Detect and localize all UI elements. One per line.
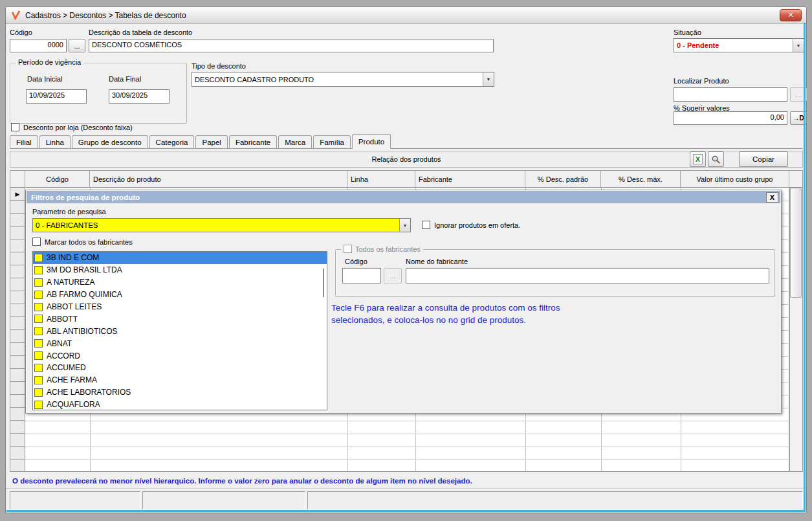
search-products-button[interactable] [708, 151, 724, 167]
checkbox-icon[interactable] [32, 238, 41, 246]
row-selector-cell[interactable] [10, 227, 25, 239]
checkbox-icon[interactable] [34, 364, 43, 372]
row-selector-cell[interactable]: ▶ [10, 188, 25, 201]
checkbox-icon[interactable] [34, 339, 43, 348]
fabricante-list-item[interactable]: ABBOTT [33, 313, 327, 325]
tab-filial[interactable]: Filial [10, 135, 38, 148]
row-selector-cell[interactable] [10, 239, 25, 252]
grid-vertical-scrollbar[interactable] [789, 188, 802, 471]
row-selector-cell[interactable] [10, 304, 25, 317]
fabricante-list-item[interactable]: ACHE LABORATORIOS [33, 386, 327, 399]
column-header-fabricante[interactable]: Fabricante [415, 171, 525, 187]
row-selector-cell[interactable] [10, 291, 25, 304]
fabricante-codigo-field[interactable] [342, 268, 381, 283]
tipo-desconto-combobox[interactable]: DESCONTO CADASTRO PRODUTO ▼ [192, 72, 494, 87]
fabricante-nome-field[interactable] [406, 268, 769, 283]
row-selector-cell[interactable] [10, 382, 25, 395]
tab-linha[interactable]: Linha [39, 135, 71, 148]
fabricante-list-item[interactable]: ACCORD [33, 349, 327, 362]
scrollbar-thumb[interactable] [790, 188, 802, 298]
row-selector-cell[interactable] [10, 265, 25, 278]
checkbox-icon[interactable] [34, 351, 43, 360]
checkbox-icon[interactable] [34, 291, 43, 299]
tab-categoria[interactable]: Categoria [149, 135, 195, 148]
checkbox-icon[interactable] [34, 266, 43, 274]
checkbox-icon[interactable] [422, 221, 430, 229]
column-header-valor-ltimo-custo-grupo[interactable]: Valor último custo grupo [681, 171, 789, 187]
column-header-selector[interactable] [10, 171, 25, 187]
fabricante-list-item[interactable]: ACHE FARMA [33, 374, 327, 386]
column-header-%-desc-m-x-[interactable]: % Desc. máx. [601, 171, 681, 187]
todos-fabricantes-checkbox[interactable] [344, 245, 352, 253]
sugerir-valores-field[interactable]: 0,00 [674, 111, 787, 125]
checkbox-icon[interactable] [11, 123, 19, 131]
fabricante-list-item[interactable]: A NATUREZA [33, 276, 327, 289]
column-header-c-digo[interactable]: Código [25, 171, 90, 187]
row-selector-cell[interactable] [10, 356, 25, 369]
row-selector-cell[interactable] [10, 434, 25, 447]
window-titlebar: Cadastros > Descontos > Tabelas de desco… [6, 7, 806, 24]
row-selector-cell[interactable] [10, 343, 25, 356]
descricao-field[interactable]: DESCONTO COSMÉTICOS [89, 39, 494, 52]
desconto-loja-checkbox[interactable]: Desconto por loja (Desconto faixa) [11, 123, 133, 131]
fabricante-list-item[interactable]: ABL ANTIBIOTICOS [33, 325, 327, 337]
fabricante-browse-button[interactable]: ... [384, 268, 402, 283]
column-header-%-desc-padr-o[interactable]: % Desc. padrão [525, 171, 601, 187]
fabricante-list-item[interactable]: 3M DO BRASIL LTDA [33, 264, 327, 276]
export-excel-button[interactable]: X [690, 151, 706, 167]
row-selector-cell[interactable] [10, 252, 25, 265]
localizar-produto-field[interactable] [674, 87, 787, 102]
tab-grupo-de-desconto[interactable]: Grupo de desconto [72, 135, 148, 148]
ignorar-oferta-checkbox[interactable]: Ignorar produtos em oferta. [422, 221, 520, 229]
fabricante-list-item[interactable]: ABNAT [33, 337, 327, 349]
fabricante-list-item[interactable]: ABBOT LEITES [33, 301, 327, 313]
row-selector-cell[interactable] [10, 201, 25, 214]
data-final-field[interactable]: 30/09/2025 [109, 89, 170, 104]
marcar-todos-checkbox[interactable]: Marcar todos os fabricantes [32, 238, 133, 246]
checkbox-icon[interactable] [34, 303, 43, 311]
dialog-close-button[interactable]: X [766, 192, 778, 203]
row-selector-cell[interactable] [10, 447, 25, 460]
checkbox-icon[interactable] [34, 315, 43, 323]
row-selector-cell[interactable] [10, 214, 25, 227]
data-inicial-label: Data Inicial [27, 75, 62, 83]
fabricante-list-item[interactable]: AB FARMO QUIMICA [33, 289, 327, 301]
fabricante-list-item[interactable]: ACCUMED [33, 362, 327, 374]
fabricante-list-item[interactable]: ACQUAFLORA [33, 399, 327, 410]
copiar-button[interactable]: Copiar [739, 151, 788, 167]
list-scrollbar-thumb[interactable] [323, 269, 324, 297]
fabricantes-listbox[interactable]: 3B IND E COM3M DO BRASIL LTDAA NATUREZAA… [32, 251, 327, 410]
tab-fam-lia[interactable]: Família [313, 135, 351, 148]
codigo-browse-button[interactable]: ... [69, 39, 85, 52]
checkbox-icon[interactable] [34, 376, 43, 384]
situacao-combobox[interactable]: 0 - Pendente ▼ [674, 38, 804, 52]
chevron-down-icon[interactable]: ▼ [793, 39, 804, 52]
row-selector-cell[interactable] [10, 278, 25, 291]
chevron-down-icon[interactable]: ▼ [483, 72, 494, 86]
tab-marca[interactable]: Marca [278, 135, 312, 148]
row-selector-cell[interactable] [10, 317, 25, 330]
checkbox-icon[interactable] [34, 401, 43, 409]
row-selector-cell[interactable] [10, 369, 25, 382]
row-selector-cell[interactable] [10, 460, 25, 471]
column-header-linha[interactable]: Linha [347, 171, 415, 187]
apply-arrow-icon: →D [793, 115, 804, 122]
checkbox-icon[interactable] [34, 278, 43, 287]
checkbox-icon[interactable] [34, 327, 43, 335]
parametro-pesquisa-combobox[interactable]: 0 - FABRICANTES ▼ [32, 218, 411, 232]
fabricante-list-item[interactable]: 3B IND E COM [33, 252, 327, 264]
tab-fabricante[interactable]: Fabricante [229, 135, 277, 148]
row-selector-cell[interactable] [10, 421, 25, 434]
tab-papel[interactable]: Papel [195, 135, 227, 148]
column-header-descri-o-do-produto[interactable]: Descrição do produto [90, 171, 347, 187]
checkbox-icon[interactable] [34, 388, 43, 397]
row-selector-cell[interactable] [10, 408, 25, 421]
checkbox-icon[interactable] [34, 254, 43, 262]
data-inicial-field[interactable]: 10/09/2025 [26, 89, 87, 104]
row-selector-cell[interactable] [10, 395, 25, 408]
row-selector-cell[interactable] [10, 330, 25, 343]
codigo-field[interactable]: 0000 [10, 39, 67, 52]
tab-produto[interactable]: Produto [352, 134, 391, 149]
close-button[interactable]: ✕ [780, 9, 802, 21]
chevron-down-icon[interactable]: ▼ [399, 219, 410, 232]
